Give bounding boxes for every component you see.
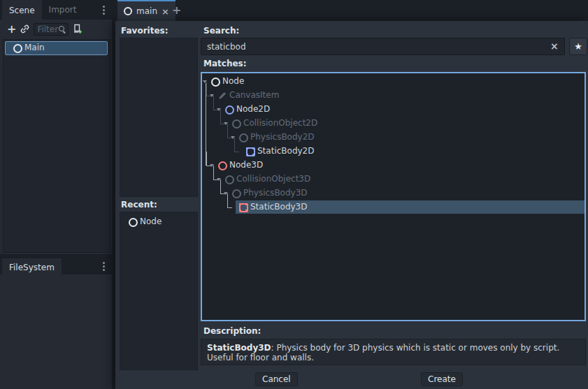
tree-row-label: Node3D [229,160,263,170]
tree-row-label: StaticBody3D [250,202,307,212]
tree-row-node3d[interactable]: Node3D [202,159,585,173]
search-icon [58,25,65,34]
scene-tab-bar: main × + [112,0,588,21]
tree-row-physicsbody3d[interactable]: PhysicsBody3D [202,186,585,200]
tab-scene-label: Scene [9,6,35,15]
instance-scene-icon[interactable] [20,24,30,34]
tree-row-physicsbody2d[interactable]: PhysicsBody2D [202,131,585,145]
matches-label: Matches: [203,59,247,68]
circle-icon [129,218,138,227]
tree-row-collisionobject2d[interactable]: CollisionObject2D [202,117,585,131]
vertical-dots-icon [103,9,105,11]
scene-filter-placeholder: Filter [37,24,58,34]
cancel-button[interactable]: Cancel [255,372,298,386]
body-icon [239,203,248,212]
circle-icon [232,189,241,198]
filesystem-tabbar: FileSystem [0,258,112,274]
scene-dock-tabbar: Scene Import [0,0,112,20]
add-scene-tab-button[interactable]: + [172,6,181,15]
scene-toolbar: + Filter [0,20,112,38]
scene-filter-input[interactable]: Filter [34,23,69,36]
tree-row-label: StaticBody2D [257,146,314,156]
tree-row-collisionobject3d[interactable]: CollisionObject3D [202,173,585,186]
tree-row-label: Node [222,76,244,86]
create-node-dialog: Favorites: Recent: Node Search: × ★ Matc… [115,21,588,389]
tree-row-label: Node2D [236,104,270,114]
description-class-name: StaticBody3D [207,343,271,353]
tab-import[interactable]: Import [42,0,84,20]
circle-icon [218,161,227,170]
circle-icon [239,133,248,142]
scene-node-icon [124,7,132,15]
body-icon [246,147,255,156]
circle-icon [232,119,241,129]
left-dock: Scene Import + Filter Main [0,0,112,389]
filesystem-menu-button[interactable] [103,258,112,274]
tree-connector-line [234,138,239,152]
scene-tree[interactable]: Main [3,39,110,253]
vertical-dots-icon [103,265,105,267]
tab-scene[interactable]: Scene [2,0,42,20]
recent-list[interactable]: Node [120,212,198,370]
circle-icon [225,105,234,115]
tree-row-label: PhysicsBody2D [250,132,315,142]
tree-row-staticbody3d[interactable]: StaticBody3D [202,200,585,214]
tree-row-label: PhysicsBody3D [243,188,308,198]
tree-connector-line [227,193,232,208]
circle-icon [13,44,22,53]
tree-row-label: CollisionObject3D [236,174,310,184]
tree-row-node[interactable]: Node [202,75,585,89]
tree-row-staticbody2d[interactable]: StaticBody2D [202,145,585,159]
tree-row-node[interactable]: Node [120,215,197,230]
tree-row-canvasitem[interactable]: CanvasItem [202,89,585,103]
circle-icon [225,175,234,184]
recent-label: Recent: [121,200,157,210]
pen-icon [218,91,227,100]
favorite-toggle-button[interactable]: ★ [569,38,587,55]
godot-editor: { "icons": { "add": "+", "close": "×", "… [0,0,588,389]
tab-main-scene[interactable]: main × [117,0,175,21]
create-button[interactable]: Create [421,372,463,386]
favorites-label: Favorites: [121,26,168,36]
star-icon: ★ [574,41,582,52]
description-label: Description: [203,326,261,336]
matches-tree[interactable]: NodeCanvasItemNode2DCollisionObject2DPhy… [201,72,586,321]
clear-search-icon[interactable]: × [550,41,559,51]
tree-row-main[interactable]: Main [3,41,110,55]
search-label: Search: [203,26,239,36]
tab-filesystem-label: FileSystem [9,263,55,272]
tree-row-label: CollisionObject2D [243,118,317,128]
tree-row-label: Node [140,216,162,226]
add-node-button[interactable]: + [7,24,16,34]
attach-script-icon[interactable] [72,24,83,34]
tree-row-node2d[interactable]: Node2D [202,103,585,117]
circle-icon [211,78,220,87]
description-box: StaticBody3D: Physics body for 3D physic… [201,339,586,365]
tree-row-label: CanvasItem [229,90,279,100]
tree-row-label: Main [24,43,45,52]
tab-main-label: main [136,6,157,16]
tab-import-label: Import [49,5,77,15]
close-tab-icon[interactable]: × [162,6,169,17]
filesystem-dock: FileSystem ‹ › res://art/ Filter Files r… [0,258,112,389]
favorites-list[interactable] [120,38,198,197]
tab-filesystem[interactable]: FileSystem [2,258,62,274]
search-row: × ★ [201,38,587,55]
search-input[interactable] [201,38,565,55]
scene-dock: Scene Import + Filter Main [0,0,112,254]
scene-dock-menu-button[interactable] [103,0,112,20]
